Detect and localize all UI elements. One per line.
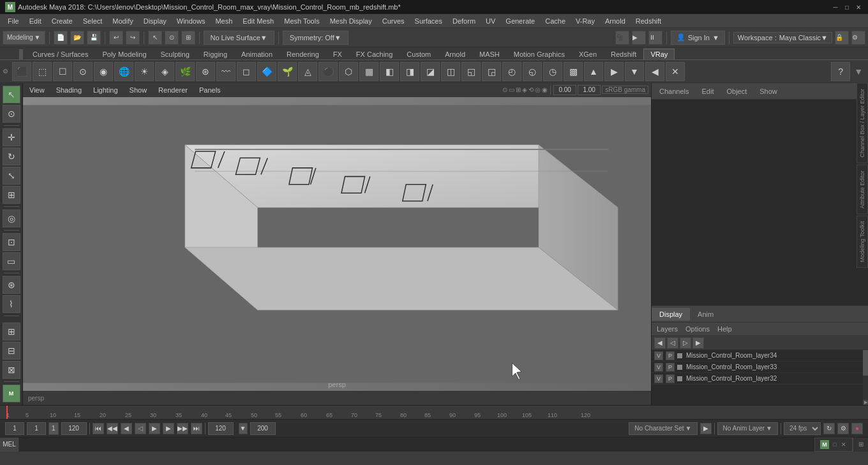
vp-menu-show[interactable]: Show bbox=[126, 85, 151, 95]
shelf-icon-29[interactable]: ▲ bbox=[584, 62, 603, 81]
viewport-canvas[interactable]: persp bbox=[23, 97, 651, 391]
grid-btn[interactable]: ⊟ bbox=[3, 342, 20, 360]
menu-file[interactable]: File bbox=[3, 16, 24, 26]
shelf-icon-28[interactable]: ▩ bbox=[564, 62, 583, 81]
menu-create[interactable]: Create bbox=[47, 16, 78, 26]
soft-select-btn[interactable]: ◎ bbox=[3, 210, 20, 227]
sign-in-btn[interactable]: 👤 Sign In ▼ bbox=[671, 31, 725, 45]
close-button[interactable]: ✕ bbox=[854, 3, 863, 11]
shelf-arrow-btn[interactable]: ▼ bbox=[851, 66, 865, 77]
viewport-type-btn[interactable]: ⊞ bbox=[3, 323, 20, 340]
shelf-icon-26[interactable]: ◵ bbox=[523, 62, 542, 81]
shelf-settings-btn[interactable]: ⚙ bbox=[3, 68, 8, 75]
shelf-icon-16[interactable]: ⚫ bbox=[318, 62, 338, 81]
vp-num-input1[interactable] bbox=[553, 85, 576, 95]
play-fwd-btn[interactable]: ▶ bbox=[149, 423, 160, 434]
cb-tab-channels[interactable]: Channels bbox=[657, 86, 691, 96]
shelf-icon-12[interactable]: ◻ bbox=[237, 62, 256, 81]
show-hide-btn[interactable]: ⊡ bbox=[3, 233, 20, 251]
vp-menu-panels[interactable]: Panels bbox=[195, 85, 225, 95]
shelf-icon-20[interactable]: ◨ bbox=[400, 62, 419, 81]
menu-mesh[interactable]: Mesh bbox=[210, 16, 237, 26]
range-end2-input[interactable] bbox=[250, 422, 276, 435]
shelf-icon-33[interactable]: ✕ bbox=[666, 62, 685, 81]
shelf-icon-5[interactable]: ◉ bbox=[94, 62, 113, 81]
maya-mark-btn[interactable]: M bbox=[3, 385, 20, 402]
pause-btn[interactable]: ⏸ bbox=[648, 31, 662, 45]
range-start2-input[interactable] bbox=[208, 422, 234, 435]
shelf-icon-25[interactable]: ◴ bbox=[502, 62, 521, 81]
shelf-icon-2[interactable]: ⬚ bbox=[33, 62, 52, 81]
shelf-icon-15[interactable]: ◬ bbox=[298, 62, 317, 81]
shelf-icon-30[interactable]: ▶ bbox=[604, 62, 624, 81]
redo-btn[interactable]: ↪ bbox=[126, 31, 140, 45]
current-frame-input[interactable] bbox=[27, 422, 46, 435]
shelf-icon-32[interactable]: ◀ bbox=[645, 62, 664, 81]
vp-icon-4[interactable]: ◈ bbox=[522, 86, 527, 93]
menu-generate[interactable]: Generate bbox=[500, 16, 540, 26]
layer-p-34[interactable]: P bbox=[666, 351, 675, 360]
tab-x-btn[interactable]: ✕ bbox=[841, 441, 847, 448]
vp-icon-7[interactable]: ◉ bbox=[542, 86, 548, 93]
tab-anim[interactable]: Anim bbox=[690, 308, 721, 321]
shelf-tab-mash[interactable]: MASH bbox=[472, 49, 507, 59]
ipr-btn[interactable]: ▶ bbox=[632, 31, 646, 45]
select-btn[interactable]: ↖ bbox=[148, 31, 162, 45]
go-end-btn[interactable]: ⏭ bbox=[191, 423, 202, 434]
workspace-selector[interactable]: Workspace : Maya Classic▼ bbox=[733, 32, 832, 43]
channel-box-label[interactable]: Channel Box / Layer Editor bbox=[857, 83, 868, 164]
shelf-icon-22[interactable]: ◫ bbox=[441, 62, 460, 81]
shelf-icon-3[interactable]: ☐ bbox=[53, 62, 72, 81]
shelf-tab-render[interactable]: Rendering bbox=[280, 49, 326, 59]
layer-next-btn[interactable]: ▶ bbox=[692, 337, 704, 349]
shelf-tab-poly[interactable]: Poly Modeling bbox=[95, 49, 153, 59]
save-file-btn[interactable]: 💾 bbox=[87, 31, 101, 45]
vp-menu-lighting[interactable]: Lighting bbox=[89, 85, 122, 95]
menu-edit-mesh[interactable]: Edit Mesh bbox=[237, 16, 279, 26]
undo-btn[interactable]: ↩ bbox=[109, 31, 123, 45]
shelf-icon-27[interactable]: ◷ bbox=[543, 62, 562, 81]
lasso-btn[interactable]: ⊙ bbox=[165, 31, 179, 45]
shelf-icon-19[interactable]: ◧ bbox=[380, 62, 399, 81]
menu-curves[interactable]: Curves bbox=[377, 16, 410, 26]
menu-surfaces[interactable]: Surfaces bbox=[410, 16, 447, 26]
lh-options[interactable]: Options bbox=[685, 325, 710, 333]
snap-btn[interactable]: ⊞ bbox=[181, 31, 195, 45]
shelf-tab-sculpt[interactable]: Sculpting bbox=[154, 49, 197, 59]
menu-uv[interactable]: UV bbox=[481, 16, 500, 26]
vp-menu-shading[interactable]: Shading bbox=[52, 85, 86, 95]
pb-anim-pref-btn[interactable]: ⚙ bbox=[837, 423, 849, 434]
cb-tab-object[interactable]: Object bbox=[724, 86, 749, 96]
bottom-tab-mel[interactable]: M □ ✕ bbox=[814, 438, 853, 452]
shelf-tab-xgen[interactable]: XGen bbox=[572, 49, 604, 59]
menu-deform[interactable]: Deform bbox=[447, 16, 481, 26]
prev-key-btn[interactable]: ◀◀ bbox=[107, 423, 118, 434]
shelf-icon-9[interactable]: 🌿 bbox=[176, 62, 195, 81]
shelf-icon-6[interactable]: 🌐 bbox=[114, 62, 133, 81]
vp-icon-6[interactable]: ◎ bbox=[535, 86, 541, 93]
timeline-area[interactable]: 1 5 10 15 20 25 30 35 40 45 50 55 60 65 … bbox=[0, 405, 868, 419]
char-set-btn[interactable]: No Character Set ▼ bbox=[629, 422, 697, 435]
maximize-button[interactable]: □ bbox=[842, 3, 851, 11]
menu-arnold[interactable]: Arnold bbox=[600, 16, 631, 26]
shelf-tab-rigging[interactable]: Rigging bbox=[197, 49, 234, 59]
command-input[interactable] bbox=[19, 438, 814, 452]
script-editor-btn[interactable]: ⊞ bbox=[853, 438, 868, 452]
menu-redshift[interactable]: Redshift bbox=[631, 16, 666, 26]
timeline-ruler[interactable]: 1 5 10 15 20 25 30 35 40 45 50 55 60 65 … bbox=[6, 406, 868, 420]
shelf-tab-arnold[interactable]: Arnold bbox=[438, 49, 472, 59]
shelf-icon-14[interactable]: 🌱 bbox=[278, 62, 297, 81]
pb-loop-btn[interactable]: ↻ bbox=[823, 423, 835, 434]
modeling-toolkit-label[interactable]: Modeling Toolkit bbox=[857, 215, 868, 268]
symmetry-btn[interactable]: Symmetry: Off ▼ bbox=[283, 31, 348, 45]
prev-frame-btn[interactable]: ◀ bbox=[121, 423, 132, 434]
shelf-tab-anim[interactable]: Animation bbox=[234, 49, 280, 59]
shelf-tab-curves[interactable]: Curves / Surfaces bbox=[26, 49, 95, 59]
shelf-icon-1[interactable]: ⬛ bbox=[12, 62, 31, 81]
layer-scrollbar[interactable]: ▶ bbox=[863, 350, 868, 405]
shelf-icon-help[interactable]: ? bbox=[831, 62, 850, 81]
layer-scroll-bottom[interactable]: ▶ bbox=[863, 400, 868, 405]
lock-btn[interactable]: 🔒 bbox=[835, 31, 849, 45]
cb-tab-edit[interactable]: Edit bbox=[699, 86, 716, 96]
shelf-icon-23[interactable]: ◱ bbox=[461, 62, 481, 81]
